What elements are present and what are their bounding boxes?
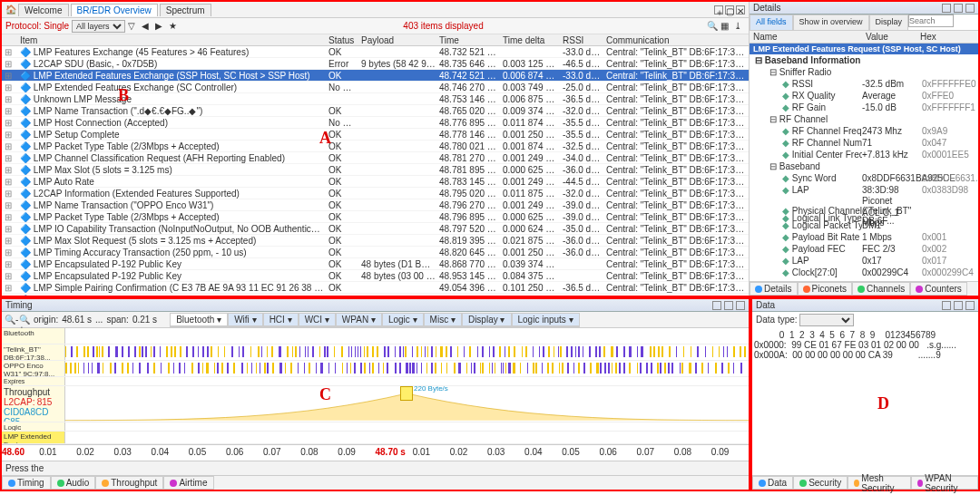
detach-icon[interactable]: ▢ [725,5,734,15]
col-status[interactable]: Status [327,35,359,45]
hex-dump[interactable]: 0 1 2 3 4 5 6 7 8 9 0123456789 0x0000: 9… [752,328,978,475]
tree-leaf[interactable]: ◆ Sync Word0x8DDF6631BA925CE0x8DDF6631..… [750,172,978,184]
search-icon[interactable]: 🔍 [707,21,718,32]
filter-icon[interactable]: ▽ [128,21,139,32]
max-icon[interactable] [724,301,733,310]
packet-row[interactable]: ⊞🔷 LMP Encapsulated P-192 Public KeyOK48… [2,270,749,282]
timing-filter-misc[interactable]: Misc ▾ [424,313,462,326]
col-item[interactable]: Item [18,35,327,45]
data-btab-mesh[interactable]: Mesh Security [848,476,911,490]
timing-filter-logic inputs[interactable]: Logic inputs ▾ [512,313,580,326]
packet-row[interactable]: ⊞🔷 LMP Timing Accuracy Transaction (250 … [2,247,749,258]
tree-leaf[interactable]: ◆ RF Channel Number710x047 [750,137,978,149]
tree-leaf[interactable]: ◆ Clock[27:0]0x00299C40x000299C4 [750,267,978,278]
timing-filter-logic[interactable]: Logic ▾ [382,313,424,326]
packet-row[interactable]: ⊞🔷 LMP IO Capability Transaction (NoInpu… [2,223,749,235]
tree-leaf[interactable]: ◆ Physical ChannelPiconet ("Telink_BT" D… [750,196,978,208]
packet-row[interactable]: ⊞🔷 LMP Simple Pairing Number (7F E7 00 5… [2,294,749,296]
col-time[interactable]: Time [437,35,501,45]
timing-btab-audio[interactable]: Audio [51,476,96,490]
packet-list[interactable]: ⊞🔷 LMP Features Exchange (45 Features > … [2,46,749,296]
tree-leaf[interactable]: ◆ LAP0x170x017 [750,255,978,267]
timing-filter-wifi[interactable]: Wifi ▾ [228,313,262,326]
lane-throughput[interactable]: ThroughputL2CAP: 815CID0A8CD C85 [2,386,65,422]
tree-leaf[interactable]: ◆ RX QualityAverage0xFFE0 [750,90,978,102]
col-payload[interactable]: Payload [359,35,437,45]
tree-leaf[interactable]: ◆ RF Channel Frequency2473 Mhz0x9A9 [750,125,978,137]
tab-spectrum[interactable]: Spectrum [160,4,211,16]
details-search-input[interactable] [908,15,954,27]
details-tab-display[interactable]: Display [869,15,909,30]
packet-row[interactable]: ⊞🔷 LMP Name Transaction ("OPPO Enco W31"… [2,199,749,211]
data-btab-data[interactable]: Data [752,476,793,490]
close-tab-icon[interactable]: ✕ [736,5,745,15]
layers-select[interactable]: All layers [72,20,125,33]
tree-leaf[interactable]: ◆ RF Gain-15.0 dB0xFFFFFFF1 [750,102,978,113]
prev-icon[interactable]: ◀ [142,21,152,32]
packet-row[interactable]: ⊞🔷 LMP Name Transaction (".d◆€.€◆FG..◆")… [2,105,749,117]
timing-filter-wpan[interactable]: WPAN ▾ [336,313,382,326]
packet-row[interactable]: ⊞🔷 LMP Extended Features Exchange (SC Co… [2,82,749,93]
lane-logic[interactable]: Logic [2,422,65,431]
details-tab-all[interactable]: All fields [750,15,793,30]
col-comm[interactable]: Communication [604,35,748,45]
details-tree[interactable]: ⊟ Baseband Information⊟ Sniffer Radio◆ R… [750,54,978,281]
columns-icon[interactable]: ▦ [720,21,731,32]
details-btab-piconets[interactable]: Piconets [798,282,852,296]
close-icon[interactable] [965,301,975,310]
tree-leaf[interactable]: ◆ Payload Bit Rate1 Mbps0x001 [750,231,978,243]
timing-filter-wci[interactable]: WCI ▾ [299,313,336,326]
tab-overview[interactable]: BR/EDR Overview [71,4,158,16]
close-icon[interactable] [736,301,745,310]
tree-leaf[interactable]: ◆ Payload FECFEC 2/30x002 [750,243,978,255]
packet-row[interactable]: ⊞🔷 LMP Max Slot Request (5 slots = 3.125… [2,235,749,247]
col-delta[interactable]: Time delta [501,35,561,45]
timing-btab-airtime[interactable]: Airtime [163,476,213,490]
timing-filter-bluetooth[interactable]: Bluetooth ▾ [170,313,228,326]
tree-item[interactable]: ⊟ RF Channel [750,113,978,125]
zoom-out-icon[interactable]: 🔍- [5,315,15,325]
packet-row[interactable]: ⊞🔷 LMP Encapsulated P-192 Public KeyOK48… [2,258,749,270]
timing-btab-timing[interactable]: Timing [2,476,51,490]
lane-dev2[interactable]: OPPO Enco W31" 9C:97:8... [2,361,65,376]
packet-row[interactable]: ⊞🔷 Unknown LMP Message48.753 146 1250.00… [2,93,749,105]
next-icon[interactable]: ▶ [155,21,166,32]
packet-row[interactable]: ⊞🔷 LMP Packet Type Table (2/3Mbps + Acce… [2,211,749,223]
packet-row[interactable]: ⊞🔷 L2CAP Information (Extended Features … [2,188,749,199]
timing-body[interactable]: Bluetooth "Telink_BT" DB:6F:17:38... OPP… [2,328,749,461]
max-icon[interactable] [954,301,963,310]
lane-bluetooth[interactable]: Bluetooth [2,328,65,344]
export-icon[interactable]: ⤓ [734,21,745,32]
pin-icon[interactable] [712,301,721,310]
tree-leaf[interactable]: ◆ RSSI-32.5 dBm0xFFFFFFE0 [750,78,978,90]
timing-btab-throughput[interactable]: Throughput [95,476,163,490]
add-tab-icon[interactable]: ＋ [714,5,723,15]
packet-row[interactable]: ⊞🔷 LMP Auto RateOK48.783 145 6250.001 24… [2,176,749,188]
tree-item[interactable]: ⊟ Baseband [750,160,978,172]
pin-icon[interactable] [942,4,951,13]
max-icon[interactable] [954,4,963,13]
data-type-select[interactable] [799,314,854,326]
data-btab-wpan[interactable]: WPAN Security [911,476,978,490]
details-tab-overview[interactable]: Show in overview [793,15,869,30]
packet-row[interactable]: ⊞🔷 LMP Host Connection (Accepted)No Requ… [2,117,749,129]
lane-dev1[interactable]: "Telink_BT" DB:6F:17:38... [2,345,65,360]
timing-selected-item[interactable]: LMP Extended Feature... [2,432,65,443]
details-btab-channels[interactable]: Channels [852,282,910,296]
packet-row[interactable]: ⊞🔷 LMP Features Exchange (45 Features > … [2,46,749,58]
packet-row[interactable]: ⊞🔷 L2CAP SDU (Basic, - 0x7D5B)Error9 byt… [2,58,749,70]
packet-row[interactable]: ⊞🔷 LMP Channel Classification Request (A… [2,152,749,164]
packet-row[interactable]: ⊞🔷 LMP Setup CompleteOK48.778 146 1250.0… [2,129,749,141]
packet-row[interactable]: ⊞🔷 LMP Simple Pairing Confirmation (C E3… [2,282,749,294]
packet-row[interactable]: ⊞🔷 LMP Max Slot (5 slots = 3.125 ms)OK48… [2,164,749,176]
packet-row[interactable]: ⊞🔷 LMP Extended Features Exchange (SSP H… [2,70,749,82]
col-rssi[interactable]: RSSI [561,35,604,45]
tree-group[interactable]: ⊟ Baseband Information [750,54,978,66]
tree-leaf[interactable]: ◆ LAP38:3D:980x0383D98 [750,184,978,196]
tree-item[interactable]: ⊟ Sniffer Radio [750,66,978,78]
timing-ruler[interactable]: 48.600.010.020.030.040.050.060.070.080.0… [2,444,749,461]
zoom-in-icon[interactable]: 🔍+ [19,315,30,325]
tab-welcome[interactable]: Welcome [18,4,69,16]
packet-row[interactable]: ⊞🔷 LMP Packet Type Table (2/3Mbps + Acce… [2,141,749,152]
timing-filter-display[interactable]: Display ▾ [462,313,512,326]
